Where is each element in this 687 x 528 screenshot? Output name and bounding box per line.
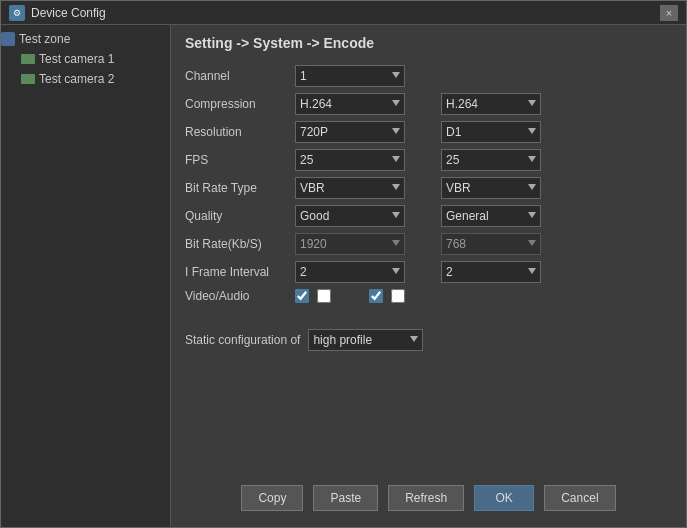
sidebar: Test zone Test camera 1 Test camera 2 [1, 25, 171, 527]
fps-select-1[interactable]: 25 30 [295, 149, 405, 171]
resolution-select-2[interactable]: D1 720P 1080P [441, 121, 541, 143]
quality-label: Quality [185, 209, 295, 223]
video-checkbox-1[interactable] [295, 289, 309, 303]
bitrate-type-select-2[interactable]: VBR CBR [441, 177, 541, 199]
resolution-label: Resolution [185, 125, 295, 139]
resolution-controls: 720P 1080P D1 D1 720P 1080P [295, 121, 672, 143]
iframe-controls: 2 2 [295, 261, 672, 283]
content-area: Test zone Test camera 1 Test camera 2 Se… [1, 25, 686, 527]
refresh-button[interactable]: Refresh [388, 485, 464, 511]
quality-row: Quality Good Best General General Good B… [185, 205, 672, 227]
device-config-window: ⚙ Device Config × Test zone Test camera … [0, 0, 687, 528]
iframe-label: I Frame Interval [185, 265, 295, 279]
sidebar-item-camera2[interactable]: Test camera 2 [1, 69, 170, 89]
bitrate-type-right: VBR CBR [441, 177, 541, 199]
fps-row: FPS 25 30 25 30 [185, 149, 672, 171]
quality-controls: Good Best General General Good Best [295, 205, 672, 227]
static-config-select[interactable]: high profile main profile baseline [308, 329, 423, 351]
footer-buttons: Copy Paste Refresh OK Cancel [185, 475, 672, 517]
static-config-label: Static configuration of [185, 333, 300, 347]
paste-button[interactable]: Paste [313, 485, 378, 511]
iframe-row: I Frame Interval 2 2 [185, 261, 672, 283]
resolution-row: Resolution 720P 1080P D1 D1 720P 1080P [185, 121, 672, 143]
bitrate-type-select-1[interactable]: VBR CBR [295, 177, 405, 199]
compression-right: H.264 H.265 [441, 93, 541, 115]
compression-row: Compression H.264 H.265 H.264 H.265 [185, 93, 672, 115]
camera-icon-1 [21, 54, 35, 64]
bitrate-type-label: Bit Rate Type [185, 181, 295, 195]
quality-select-1[interactable]: Good Best General [295, 205, 405, 227]
quality-select-2[interactable]: General Good Best [441, 205, 541, 227]
iframe-select-2[interactable]: 2 [441, 261, 541, 283]
ok-button[interactable]: OK [474, 485, 534, 511]
title-bar-left: ⚙ Device Config [9, 5, 106, 21]
video-checkbox-2[interactable] [369, 289, 383, 303]
checkbox-group-left [295, 289, 331, 303]
channel-controls: 1 [295, 65, 672, 87]
video-audio-row: Video/Audio [185, 289, 672, 303]
bitrate-type-controls: VBR CBR VBR CBR [295, 177, 672, 199]
sidebar-camera1-label: Test camera 1 [39, 52, 114, 66]
resolution-select-1[interactable]: 720P 1080P D1 [295, 121, 405, 143]
fps-right: 25 30 [441, 149, 541, 171]
iframe-select-1[interactable]: 2 [295, 261, 405, 283]
channel-select[interactable]: 1 [295, 65, 405, 87]
compression-label: Compression [185, 97, 295, 111]
title-bar: ⚙ Device Config × [1, 1, 686, 25]
iframe-right: 2 [441, 261, 541, 283]
cancel-button[interactable]: Cancel [544, 485, 615, 511]
bit-rate-select-2[interactable]: 768 [441, 233, 541, 255]
bitrate-type-row: Bit Rate Type VBR CBR VBR CBR [185, 177, 672, 199]
window-title: Device Config [31, 6, 106, 20]
compression-select-1[interactable]: H.264 H.265 [295, 93, 405, 115]
close-button[interactable]: × [660, 5, 678, 21]
video-audio-label: Video/Audio [185, 289, 295, 303]
static-config-row: Static configuration of high profile mai… [185, 329, 672, 351]
bit-rate-select-1[interactable]: 1920 [295, 233, 405, 255]
sidebar-item-camera1[interactable]: Test camera 1 [1, 49, 170, 69]
form-area: Channel 1 Compression H.264 H.265 [185, 65, 672, 475]
fps-select-2[interactable]: 25 30 [441, 149, 541, 171]
copy-button[interactable]: Copy [241, 485, 303, 511]
audio-checkbox-1[interactable] [317, 289, 331, 303]
main-panel: Setting -> System -> Encode Channel 1 Co… [171, 25, 686, 527]
resolution-right: D1 720P 1080P [441, 121, 541, 143]
sidebar-camera2-label: Test camera 2 [39, 72, 114, 86]
compression-select-2[interactable]: H.264 H.265 [441, 93, 541, 115]
channel-label: Channel [185, 69, 295, 83]
window-icon: ⚙ [9, 5, 25, 21]
channel-row: Channel 1 [185, 65, 672, 87]
fps-label: FPS [185, 153, 295, 167]
sidebar-item-test-zone[interactable]: Test zone [1, 29, 170, 49]
checkbox-group-right [369, 289, 405, 303]
fps-controls: 25 30 25 30 [295, 149, 672, 171]
audio-checkbox-2[interactable] [391, 289, 405, 303]
video-audio-controls [295, 289, 672, 303]
sidebar-zone-label: Test zone [19, 32, 70, 46]
compression-controls: H.264 H.265 H.264 H.265 [295, 93, 672, 115]
bit-rate-row: Bit Rate(Kb/S) 1920 768 [185, 233, 672, 255]
camera-icon-2 [21, 74, 35, 84]
bit-rate-controls: 1920 768 [295, 233, 672, 255]
bit-rate-label: Bit Rate(Kb/S) [185, 237, 295, 251]
quality-right: General Good Best [441, 205, 541, 227]
bit-rate-right: 768 [441, 233, 541, 255]
zone-icon [1, 32, 15, 46]
breadcrumb: Setting -> System -> Encode [185, 35, 672, 51]
